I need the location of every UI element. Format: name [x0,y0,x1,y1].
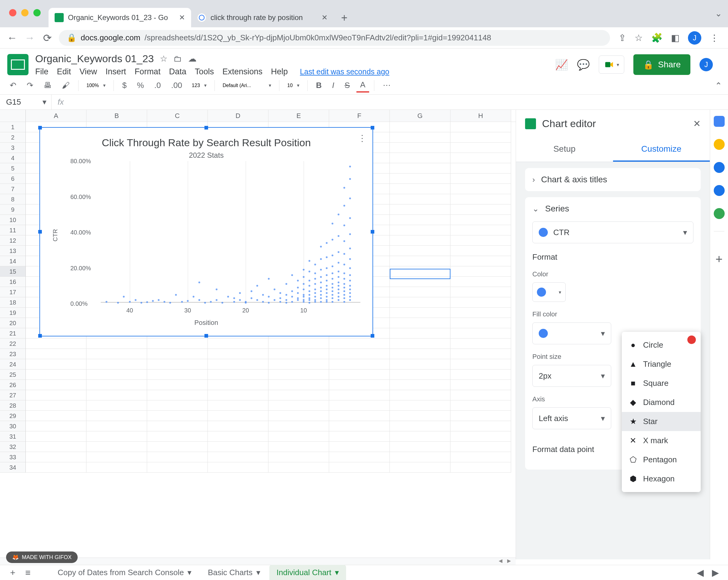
cell[interactable] [390,421,450,431]
row-header[interactable]: 30 [0,421,26,431]
chevron-down-icon[interactable]: ⌄ [715,8,722,19]
cell[interactable] [450,380,511,390]
cell[interactable] [26,462,86,473]
sheet-tab[interactable]: Basic Charts▾ [201,565,267,580]
maps-icon[interactable] [714,208,725,219]
cloud-icon[interactable]: ☁ [188,54,197,64]
cell[interactable] [208,339,268,349]
menu-help[interactable]: Help [271,67,288,76]
cell[interactable] [147,442,208,452]
close-window[interactable] [9,9,17,17]
row-header[interactable]: 23 [0,349,26,359]
more-tools-button[interactable]: ⋯ [379,79,394,92]
cell[interactable] [450,266,511,276]
cell[interactable] [390,266,450,276]
print-button[interactable]: 🖶 [40,79,55,92]
cell[interactable] [26,452,86,462]
row-header[interactable]: 6 [0,174,26,184]
cell[interactable] [208,442,268,452]
shape-option-diamond[interactable]: ◆Diamond [622,393,701,412]
cell[interactable] [329,400,390,411]
row-header[interactable]: 13 [0,246,26,256]
cell[interactable] [86,339,147,349]
row-header[interactable]: 27 [0,390,26,400]
tab-close-icon[interactable]: ✕ [321,14,328,22]
sheet-tab-active[interactable]: Individual Chart▾ [269,565,346,580]
col-header[interactable]: H [450,110,511,122]
row-header[interactable]: 2 [0,132,26,142]
cell[interactable] [268,339,329,349]
cell[interactable] [390,205,450,215]
cell[interactable] [390,431,450,442]
cell[interactable] [208,380,268,390]
row-header[interactable]: 25 [0,369,26,380]
cell[interactable] [268,462,329,473]
cell[interactable] [147,411,208,421]
meet-button[interactable]: ▾ [599,55,624,74]
forward-button[interactable]: → [24,32,36,44]
chrome-menu-icon[interactable]: ⋮ [710,32,719,43]
row-header[interactable]: 5 [0,163,26,174]
row-header[interactable]: 15 [0,266,26,276]
menu-view[interactable]: View [79,67,97,76]
cell[interactable] [450,462,511,473]
add-panel-icon[interactable]: + [716,253,723,266]
cell[interactable] [86,411,147,421]
cell[interactable] [208,400,268,411]
row-header[interactable]: 3 [0,142,26,153]
cell[interactable] [450,308,511,318]
cell[interactable] [208,431,268,442]
cell[interactable] [268,411,329,421]
tab-customize[interactable]: Customize [613,137,710,162]
cell[interactable] [26,442,86,452]
cell[interactable] [450,163,511,174]
cell[interactable] [390,215,450,225]
sheet-tab[interactable]: Copy of Dates from Search Console▾ [50,565,199,580]
star-icon[interactable]: ☆ [634,32,643,43]
cell[interactable] [268,349,329,359]
cell[interactable] [390,349,450,359]
col-header[interactable]: F [329,110,390,122]
tasks-icon[interactable] [714,162,725,173]
format-123-button[interactable]: 123▾ [189,82,210,88]
scroll-sheets-left[interactable]: ◀ [694,566,707,579]
cell[interactable] [390,142,450,153]
cell[interactable] [329,431,390,442]
zoom-select[interactable]: 100%▾ [83,82,109,88]
shape-option-square[interactable]: ■Square [622,374,701,393]
cell[interactable] [450,318,511,328]
cell[interactable] [329,339,390,349]
cell[interactable] [147,400,208,411]
tab-setup[interactable]: Setup [516,137,613,162]
cell[interactable] [329,380,390,390]
row-header[interactable]: 7 [0,184,26,194]
cell[interactable] [390,174,450,184]
cell[interactable] [329,421,390,431]
cell[interactable] [26,369,86,380]
cell[interactable] [450,194,511,205]
row-header[interactable]: 31 [0,431,26,442]
point-size-select[interactable]: 2px▾ [532,365,611,387]
profile-avatar[interactable]: J [688,31,701,45]
menu-tools[interactable]: Tools [195,67,214,76]
panel-icon[interactable]: ◧ [671,32,679,43]
italic-button[interactable]: I [329,79,338,92]
bold-button[interactable]: B [312,79,326,92]
cell[interactable] [147,452,208,462]
row-header[interactable]: 17 [0,287,26,297]
cell[interactable] [268,421,329,431]
maximize-window[interactable] [33,9,41,17]
shape-option-pentagon[interactable]: ⬠Pentagon [622,450,701,469]
comments-icon[interactable]: 💬 [577,58,590,71]
cell[interactable] [390,153,450,163]
minimize-window[interactable] [21,9,28,17]
cell[interactable] [26,421,86,431]
cell[interactable] [390,246,450,256]
cell[interactable] [450,205,511,215]
cell[interactable] [450,122,511,132]
row-header[interactable]: 1 [0,122,26,132]
cell[interactable] [26,431,86,442]
cell[interactable] [390,235,450,246]
formula-bar[interactable] [70,95,728,109]
extensions-icon[interactable]: 🧩 [651,32,662,43]
